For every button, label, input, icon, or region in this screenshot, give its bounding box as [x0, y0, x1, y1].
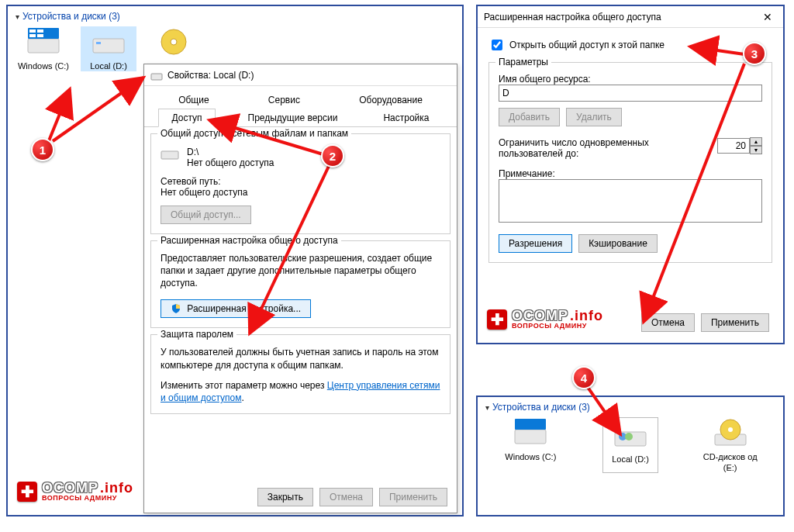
password-group: Защита паролем У пользователей должны бы… — [150, 334, 451, 414]
shield-icon — [171, 303, 181, 314]
netpath-label: Сетевой путь: — [161, 176, 440, 187]
svg-point-19 — [728, 427, 733, 432]
drive-d[interactable]: Local (D:) — [81, 26, 136, 71]
marker-1: 1 — [31, 138, 54, 161]
svg-rect-10 — [151, 74, 162, 80]
svg-rect-12 — [515, 430, 546, 444]
cd-icon — [155, 26, 192, 57]
properties-dialog: Свойства: Local (D:) Общие Сервис Оборуд… — [143, 64, 457, 513]
apply-button[interactable]: Применить — [701, 313, 769, 332]
comment-label: Примечание: — [499, 168, 762, 179]
tab-general[interactable]: Общие — [165, 91, 222, 109]
limit-spinner[interactable]: ▲ ▼ — [717, 137, 762, 154]
tab-service[interactable]: Сервис — [255, 91, 313, 109]
checkbox-input[interactable] — [492, 40, 502, 50]
add-button[interactable]: Добавить — [499, 108, 560, 126]
svg-rect-3 — [37, 29, 43, 33]
marker-4: 4 — [572, 366, 596, 389]
drive-icon — [512, 417, 549, 448]
close-icon[interactable]: ✕ — [758, 11, 777, 23]
plus-icon: ✚ — [487, 309, 507, 330]
titlebar[interactable]: Свойства: Local (D:) — [144, 64, 457, 86]
watermark: ✚ OCOMP.info ВОПРОСЫ АДМИНУ — [17, 481, 133, 502]
tabs: Общие Сервис Оборудование Доступ Предыду… — [144, 86, 457, 127]
drives-list: Windows (C:) Local (D:) CD-дисков од (E:… — [485, 417, 775, 473]
drive-c[interactable]: Windows (C:) — [502, 417, 558, 473]
marker-2: 2 — [321, 144, 344, 168]
tab-customize[interactable]: Настройка — [370, 109, 442, 127]
chevron-down-icon: ▾ — [16, 12, 19, 21]
drive-d-shared[interactable]: Local (D:) — [602, 417, 658, 473]
share-status: Нет общего доступа — [187, 157, 274, 168]
drive-label: Windows (C:) — [16, 60, 71, 71]
devices-header[interactable]: ▾ Устройства и диски (3) — [485, 402, 775, 413]
tab-hardware[interactable]: Оборудование — [346, 91, 436, 109]
drive-label: Local (D:) — [605, 454, 656, 465]
drive-c[interactable]: Windows (C:) — [16, 26, 71, 71]
group-title: Расширенная настройка общего доступа — [157, 235, 341, 246]
svg-rect-2 — [29, 29, 36, 33]
svg-rect-11 — [161, 151, 178, 159]
svg-rect-4 — [29, 34, 36, 37]
group-title: Общий доступ к сетевым файлам и папкам — [157, 128, 351, 139]
drive-shared-icon — [612, 420, 649, 451]
advanced-sharing-dialog: Расширенная настройка общего доступа ✕ О… — [476, 5, 785, 344]
group-title: Защита паролем — [157, 329, 236, 340]
spinner-down[interactable]: ▼ — [750, 146, 762, 154]
marker-3: 3 — [743, 42, 766, 65]
devices-header-text: Устройства и диски (3) — [22, 11, 120, 22]
limit-input[interactable] — [717, 138, 750, 154]
caching-button[interactable]: Кэширование — [578, 234, 658, 253]
drive-label: Windows (C:) — [502, 451, 558, 462]
drive-label: Local (D:) — [81, 60, 136, 71]
params-group: Параметры Имя общего ресурса: Добавить У… — [488, 62, 772, 263]
apply-button[interactable]: Применить — [379, 488, 447, 506]
share-name-input[interactable] — [499, 85, 762, 102]
limit-label: Ограничить число одновременных пользоват… — [499, 137, 708, 159]
drive-icon — [25, 26, 62, 57]
advanced-description: Предоставляет пользовательские разрешени… — [161, 252, 440, 290]
tab-previous-versions[interactable]: Предыдущие версии — [235, 109, 351, 127]
remove-button[interactable]: Удалить — [566, 108, 622, 126]
permissions-button[interactable]: Разрешения — [499, 234, 572, 253]
plus-icon: ✚ — [17, 482, 37, 502]
cancel-button[interactable]: Отмена — [319, 488, 373, 506]
group-title: Параметры — [495, 57, 551, 67]
devices-header-text: Устройства и диски (3) — [492, 402, 590, 413]
advanced-settings-button[interactable]: Расширенная настройка... — [161, 299, 311, 319]
share-name-label: Имя общего ресурса: — [499, 74, 762, 85]
dialog-title: Расширенная настройка общего доступа — [484, 12, 661, 22]
share-button[interactable]: Общий доступ... — [161, 206, 251, 224]
dialog-title: Свойства: Local (D:) — [167, 70, 254, 81]
enable-share-checkbox[interactable]: Открыть общий доступ к этой папке — [488, 37, 772, 53]
svg-rect-7 — [96, 42, 101, 44]
drive-label: CD-дисков од (E:) — [703, 451, 758, 473]
network-share-group: Общий доступ к сетевым файлам и папкам D… — [150, 133, 451, 234]
comment-textarea[interactable] — [499, 179, 762, 223]
devices-header[interactable]: ▾ Устройства и диски (3) — [16, 11, 454, 22]
checkbox-label: Открыть общий доступ к этой папке — [509, 40, 665, 50]
drive-cd[interactable]: CD-дисков од (E:) — [703, 417, 758, 473]
drive-icon — [90, 26, 127, 57]
advanced-button-label: Расширенная настройка... — [187, 303, 301, 314]
password-line1: У пользователей должны быть учетная запи… — [161, 346, 440, 371]
drive-icon — [161, 147, 179, 161]
chevron-down-icon: ▾ — [485, 403, 489, 412]
watermark: ✚ OCOMP.info ВОПРОСЫ АДМИНУ — [487, 309, 603, 330]
svg-point-16 — [625, 433, 633, 440]
svg-rect-0 — [28, 39, 59, 53]
drive-icon — [150, 69, 163, 81]
share-path: D:\ — [187, 147, 274, 157]
netpath-value: Нет общего доступа — [161, 187, 440, 198]
cd-icon — [712, 417, 749, 448]
spinner-up[interactable]: ▲ — [750, 137, 762, 146]
cancel-button[interactable]: Отмена — [641, 313, 695, 332]
close-button[interactable]: Закрыть — [257, 488, 313, 506]
svg-rect-6 — [93, 39, 124, 53]
advanced-share-group: Расширенная настройка общего доступа Пре… — [150, 240, 451, 328]
password-line2-prefix: Изменить этот параметр можно через — [161, 380, 327, 391]
svg-point-9 — [171, 39, 177, 45]
tab-sharing[interactable]: Доступ — [158, 109, 215, 127]
svg-rect-13 — [515, 419, 546, 430]
svg-rect-5 — [37, 34, 43, 37]
